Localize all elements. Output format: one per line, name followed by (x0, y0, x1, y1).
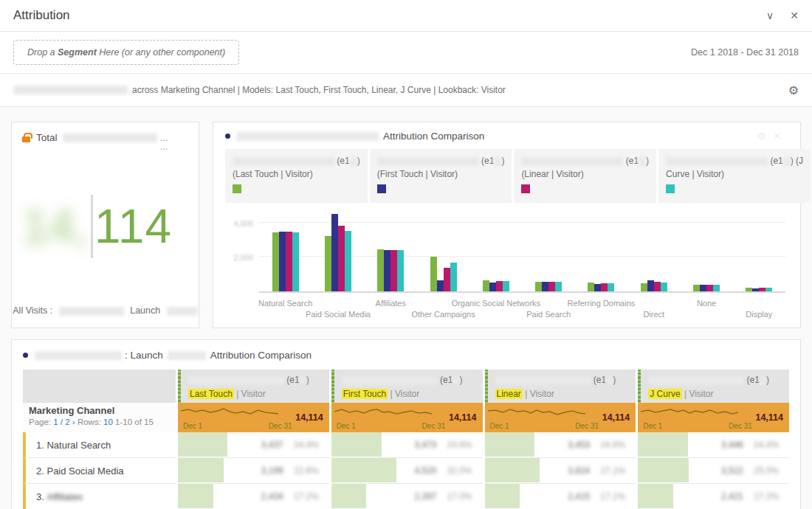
bar[interactable] (542, 282, 548, 291)
bar[interactable] (338, 226, 345, 291)
bar[interactable] (706, 285, 713, 291)
bar[interactable] (483, 280, 489, 291)
bar[interactable] (641, 283, 647, 291)
sparkline-cell-first-touch[interactable]: Dec 1 Dec 31 14,114 (331, 403, 483, 432)
column-header-linear[interactable]: (e1) Linear | Visitor (485, 370, 636, 403)
corner-header-cell (23, 370, 176, 403)
dropzone-text-prefix: Drop a (27, 47, 58, 58)
table-cell[interactable]: 4,52032.0% (331, 458, 483, 484)
segment-dropzone[interactable]: Drop a Segment Here (or any other compon… (13, 40, 239, 65)
table-cell[interactable]: 2,43417.2% (178, 484, 329, 509)
bar[interactable] (390, 250, 397, 291)
bar[interactable] (535, 282, 542, 291)
y-tick-4000: 4,000 (234, 219, 253, 228)
attribution-table: (e1) Last Touch | Visitor (e1) First Tou… (23, 370, 789, 509)
pagination: Page: 1 / 2 › Rows: 10 1-10 of 15 (29, 418, 170, 426)
table-card-title: Attribution Comparison (210, 350, 312, 361)
bar[interactable] (444, 268, 450, 291)
column-header-last-touch[interactable]: (e1) Last Touch | Visitor (178, 370, 329, 403)
legend-item-last-touch[interactable]: (e1) (Last Touch | Visitor) (225, 149, 368, 203)
dropzone-text-bold: Segment (58, 47, 97, 58)
dropzone-text-suffix: Here (or any other component) (97, 47, 225, 58)
bar[interactable] (608, 283, 614, 291)
title-ellipsis-2: ... (22, 142, 188, 152)
x-axis-label: None (697, 299, 716, 308)
page-link[interactable]: 1 / 2 (53, 418, 69, 426)
legend-swatch-navy[interactable] (377, 184, 386, 193)
table-cell[interactable]: 3,45324.5% (485, 432, 636, 458)
legend-swatch-magenta[interactable] (521, 184, 530, 193)
x-axis-label: Organic Social Networks (452, 299, 540, 308)
bar[interactable] (654, 282, 661, 291)
bar[interactable] (272, 232, 279, 291)
bar[interactable] (713, 285, 720, 291)
legend-swatch-teal[interactable] (666, 184, 675, 193)
bar[interactable] (496, 281, 503, 291)
chevron-down-icon[interactable]: ∨ (766, 10, 774, 21)
bar[interactable] (759, 288, 765, 291)
total-value-redacted: 14, (22, 199, 88, 254)
table-row-label-affiliates[interactable]: 3. Affiliates (23, 484, 176, 509)
bar[interactable] (647, 280, 654, 291)
sparkline-cell-j-curve[interactable]: Dec 1 Dec 31 14,114 (638, 403, 789, 432)
bar[interactable] (588, 283, 594, 291)
x-axis-label: Paid Social Media (306, 310, 371, 319)
bar[interactable] (286, 232, 292, 291)
bar[interactable] (548, 282, 555, 291)
bar[interactable] (325, 236, 331, 291)
table-cell[interactable]: 3,47324.6% (331, 432, 483, 458)
table-cell[interactable]: 2,39717.0% (331, 484, 483, 509)
date-range[interactable]: Dec 1 2018 - Dec 31 2018 (691, 47, 799, 58)
legend-item-first-touch[interactable]: (e1) (First Touch | Visitor) (370, 149, 512, 203)
redacted-segment-pill (13, 86, 128, 94)
table-row-label-paid-social-media[interactable]: 2. Paid Social Media (23, 458, 176, 484)
bar[interactable] (279, 232, 286, 291)
bar[interactable] (746, 288, 752, 291)
close-icon[interactable]: ✕ (790, 10, 799, 21)
bar[interactable] (384, 250, 390, 291)
bar[interactable] (594, 284, 601, 291)
redacted-title-pill (237, 132, 379, 141)
bar[interactable] (693, 285, 700, 291)
rows-link[interactable]: 10 (103, 418, 113, 426)
bar[interactable] (489, 283, 496, 291)
bar[interactable] (700, 285, 706, 291)
column-header-first-touch[interactable]: (e1) First Touch | Visitor (331, 370, 483, 403)
sparkline-cell-linear[interactable]: Dec 1 Dec 31 14,114 (485, 403, 636, 432)
sparkline-cell-last-touch[interactable]: Dec 1 Dec 31 14,114 (178, 403, 329, 432)
card-hover-icons[interactable]: ⚙✕ (757, 131, 788, 142)
bar[interactable] (601, 283, 608, 291)
table-cell[interactable]: 3,52225.0% (638, 458, 789, 484)
table-cell[interactable]: 2,41517.1% (485, 484, 636, 509)
config-bar: across Marketing Channel | Models: Last … (0, 74, 812, 107)
bar[interactable] (345, 231, 351, 291)
bar[interactable] (661, 283, 667, 291)
table-cell[interactable]: 3,19922.6% (178, 458, 329, 484)
table-cell[interactable]: 3,82427.1% (485, 458, 636, 484)
table-cell[interactable]: 3,43724.4% (178, 432, 329, 458)
redacted-metric-pill (63, 134, 157, 142)
bar[interactable] (752, 288, 759, 291)
bar[interactable] (331, 214, 338, 291)
table-row-label-natural-search[interactable]: 1. Natural Search (23, 432, 176, 458)
bar[interactable] (503, 281, 509, 291)
bar-group (469, 280, 522, 291)
bar[interactable] (555, 282, 562, 291)
next-page-arrow[interactable]: › (72, 418, 75, 426)
legend-item-linear[interactable]: (e1) (Linear | Visitor) (514, 149, 656, 203)
table-cell[interactable]: 2,42117.2% (638, 484, 789, 509)
table-title-mid: : Launch (125, 350, 163, 361)
bar[interactable] (292, 232, 299, 291)
bar[interactable] (765, 288, 772, 291)
legend-item-j-curve[interactable]: (e1) (J Curve | Visitor) (658, 149, 811, 203)
bar[interactable] (450, 263, 457, 291)
legend-swatch-green[interactable] (233, 184, 241, 193)
bar[interactable] (397, 250, 404, 291)
gear-icon[interactable]: ⚙ (788, 83, 799, 97)
redacted-footer-pill (59, 307, 124, 316)
table-cell[interactable]: 3,44624.4% (638, 432, 789, 458)
bar[interactable] (430, 257, 437, 291)
bar[interactable] (437, 280, 444, 291)
bar[interactable] (377, 249, 384, 291)
column-header-j-curve[interactable]: (e1) J Curve | Visitor (638, 370, 789, 403)
